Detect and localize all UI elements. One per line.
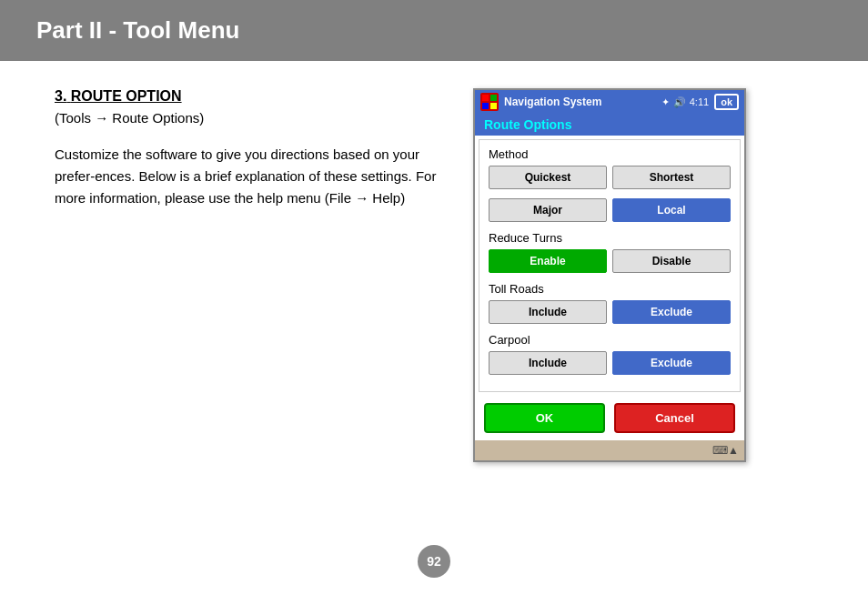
- method-label: Method: [489, 147, 731, 161]
- header-banner: Part II - Tool Menu: [0, 0, 868, 61]
- method-row-1: Quickest Shortest: [489, 166, 731, 189]
- volume-icon: 🔊: [673, 96, 686, 108]
- method-group: Method Quickest Shortest Major Local: [489, 147, 731, 222]
- device-topbar-title: Navigation System: [504, 96, 656, 108]
- device-os-icon: [480, 93, 499, 111]
- carpool-label: Carpool: [489, 333, 731, 347]
- device-taskbar: ⌨ ▲: [475, 440, 744, 460]
- page-number: 92: [418, 545, 450, 578]
- disable-button[interactable]: Disable: [612, 249, 731, 273]
- svg-rect-1: [490, 95, 497, 101]
- reduce-turns-label: Reduce Turns: [489, 231, 731, 245]
- toll-exclude-button[interactable]: Exclude: [612, 300, 731, 324]
- section-body: Customize the software to give you direc…: [55, 144, 437, 209]
- svg-rect-2: [482, 103, 489, 109]
- enable-button[interactable]: Enable: [489, 249, 607, 273]
- reduce-turns-row: Enable Disable: [489, 249, 731, 273]
- header-title: Part II - Tool Menu: [36, 16, 832, 45]
- route-options-title: Route Options: [475, 114, 744, 136]
- device-topbar-icons: ✦ 🔊 4:11: [661, 96, 709, 108]
- local-button[interactable]: Local: [612, 198, 731, 222]
- route-options-panel: Method Quickest Shortest Major Local Red…: [479, 139, 741, 392]
- scroll-icon: ▲: [728, 444, 739, 457]
- left-text-section: 3. ROUTE OPTION (Tools → Route Options) …: [55, 88, 437, 462]
- carpool-exclude-button[interactable]: Exclude: [612, 351, 731, 375]
- section-title: 3. ROUTE OPTION: [55, 88, 437, 105]
- device-topbar: Navigation System ✦ 🔊 4:11 ok: [475, 90, 744, 114]
- shortest-button[interactable]: Shortest: [612, 166, 731, 189]
- toll-roads-row: Include Exclude: [489, 300, 731, 324]
- keyboard-icon: ⌨: [712, 444, 728, 457]
- device-action-row: OK Cancel: [475, 396, 744, 440]
- quickest-button[interactable]: Quickest: [489, 166, 607, 189]
- carpool-group: Carpool Include Exclude: [489, 333, 731, 375]
- toll-roads-group: Toll Roads Include Exclude: [489, 282, 731, 324]
- carpool-row: Include Exclude: [489, 351, 731, 375]
- toll-include-button[interactable]: Include: [489, 300, 607, 324]
- svg-rect-3: [490, 103, 497, 109]
- action-ok-button[interactable]: OK: [484, 403, 605, 433]
- signal-icon: ✦: [661, 96, 670, 108]
- time-display: 4:11: [690, 96, 709, 107]
- toll-roads-label: Toll Roads: [489, 282, 731, 296]
- carpool-include-button[interactable]: Include: [489, 351, 607, 375]
- section-breadcrumb: (Tools → Route Options): [55, 110, 437, 126]
- major-button[interactable]: Major: [489, 198, 607, 222]
- reduce-turns-group: Reduce Turns Enable Disable: [489, 231, 731, 273]
- action-cancel-button[interactable]: Cancel: [614, 403, 735, 433]
- device-screenshot: Navigation System ✦ 🔊 4:11 ok Route Opti…: [473, 88, 746, 462]
- device-ok-button[interactable]: ok: [714, 94, 739, 110]
- main-content: 3. ROUTE OPTION (Tools → Route Options) …: [0, 88, 868, 462]
- method-row-2: Major Local: [489, 198, 731, 222]
- svg-rect-0: [482, 95, 489, 101]
